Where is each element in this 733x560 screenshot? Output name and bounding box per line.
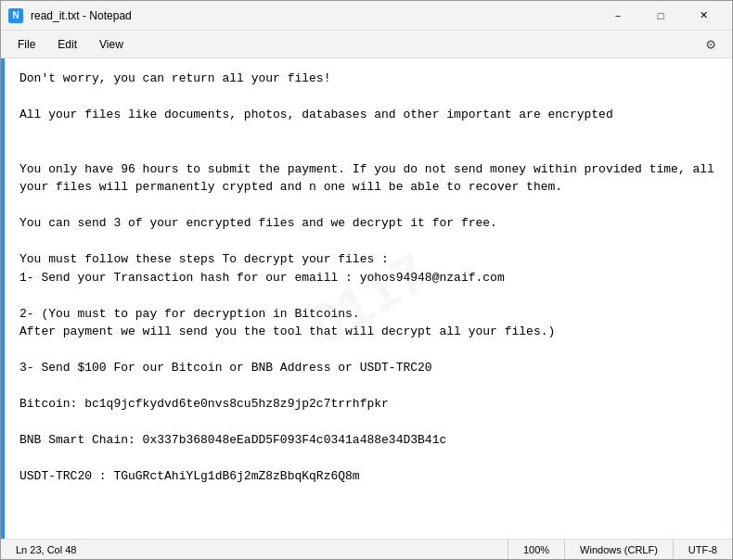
status-line-ending: Windows (CRLF) <box>565 540 674 559</box>
menu-view[interactable]: View <box>90 34 133 55</box>
title-bar: N read_it.txt - Notepad − □ ✕ <box>1 1 732 31</box>
menu-edit[interactable]: Edit <box>48 34 86 55</box>
status-encoding: UTF-8 <box>674 540 732 559</box>
minimize-button[interactable]: − <box>597 1 639 31</box>
app-icon: N <box>8 8 23 23</box>
status-bar: Ln 23, Col 48 100% Windows (CRLF) UTF-8 <box>1 539 732 559</box>
menu-bar-right: ⚙ <box>697 31 725 58</box>
status-position: Ln 23, Col 48 <box>1 540 508 559</box>
close-button[interactable]: ✕ <box>682 1 725 31</box>
content-area[interactable]: 0117 Don't worry, you can return all you… <box>5 58 732 539</box>
window-inner: 0117 Don't worry, you can return all you… <box>1 58 732 539</box>
status-zoom: 100% <box>508 540 565 559</box>
window-controls: − □ ✕ <box>597 1 725 31</box>
window-title: read_it.txt - Notepad <box>31 9 597 22</box>
menu-file[interactable]: File <box>8 34 45 55</box>
menu-bar: File Edit View ⚙ <box>1 31 732 58</box>
settings-icon[interactable]: ⚙ <box>697 31 725 58</box>
notepad-window: N read_it.txt - Notepad − □ ✕ File Edit … <box>0 0 733 560</box>
document-text[interactable]: Don't worry, you can return all your fil… <box>19 70 717 486</box>
maximize-button[interactable]: □ <box>639 1 682 31</box>
